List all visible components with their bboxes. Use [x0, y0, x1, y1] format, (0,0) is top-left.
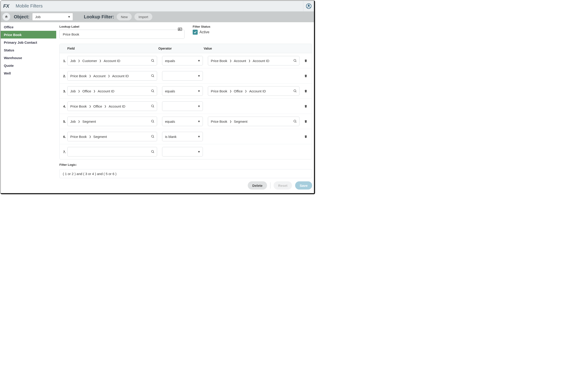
- top-bar: FX Mobile Filters: [1, 1, 314, 12]
- svg-point-18: [152, 120, 153, 122]
- filter-status-heading: Filter Status: [193, 25, 210, 28]
- breadcrumb-segment: Price Book: [211, 119, 227, 123]
- caret-down-icon: ▾: [68, 15, 70, 19]
- filter-row: 3.Job❯Office❯Account IDequals▾Price Book…: [60, 84, 312, 99]
- lookup-label-input[interactable]: [59, 30, 184, 39]
- chevron-right-icon: ❯: [89, 75, 91, 77]
- search-icon[interactable]: [151, 104, 155, 108]
- filter-row: 4.Price Book❯Office❯Account ID▾: [60, 99, 312, 114]
- delete-row-button[interactable]: [302, 134, 310, 139]
- row-number: 1.: [60, 59, 67, 63]
- import-button[interactable]: Import: [134, 13, 152, 20]
- delete-row-button[interactable]: [302, 89, 310, 93]
- value-picker[interactable]: Price Book❯Account❯Account ID: [208, 56, 299, 65]
- home-button[interactable]: [2, 13, 10, 21]
- field-picker[interactable]: [67, 147, 157, 156]
- search-icon[interactable]: [151, 74, 155, 78]
- breadcrumb-segment: Account ID: [253, 59, 269, 63]
- sidebar-item-quote[interactable]: Quote: [1, 62, 56, 69]
- svg-point-14: [294, 90, 296, 92]
- search-icon[interactable]: [151, 119, 155, 123]
- filter-logic-input[interactable]: [59, 169, 312, 178]
- svg-line-15: [296, 91, 296, 92]
- chevron-right-icon: ❯: [78, 59, 80, 62]
- sidebar-item-office[interactable]: Office: [1, 23, 56, 31]
- svg-line-21: [296, 122, 296, 122]
- row-number: 4.: [60, 104, 67, 108]
- operator-value: equals: [165, 119, 175, 123]
- delete-button[interactable]: Delete: [248, 181, 267, 190]
- save-button[interactable]: Save: [295, 181, 312, 190]
- svg-point-16: [152, 105, 153, 107]
- reset-button[interactable]: Reset: [274, 181, 292, 190]
- sidebar-item-status[interactable]: Status: [1, 46, 56, 54]
- row-number: 2.: [60, 74, 67, 78]
- contact-card-icon[interactable]: [178, 27, 182, 31]
- operator-select[interactable]: equals▾: [162, 117, 203, 126]
- field-picker[interactable]: Price Book❯Account❯Account ID: [67, 71, 157, 81]
- delete-row-button[interactable]: [302, 59, 310, 63]
- new-button[interactable]: New: [117, 13, 132, 20]
- chevron-right-icon: ❯: [89, 105, 91, 108]
- breadcrumb-segment: Account ID: [249, 89, 266, 93]
- breadcrumb-segment: Account ID: [112, 74, 129, 78]
- operator-select[interactable]: is blank▾: [162, 132, 203, 141]
- filter-table: Field Operator Value 1.Job❯Customer❯Acco…: [59, 44, 312, 159]
- delete-row-button[interactable]: [302, 119, 310, 123]
- breadcrumb-segment: Segment: [234, 119, 247, 123]
- filter-row: 5.Job❯Segmentequals▾Price Book❯Segment: [60, 114, 312, 129]
- user-menu-button[interactable]: [303, 1, 314, 11]
- chevron-right-icon: ❯: [248, 59, 250, 62]
- field-picker[interactable]: Job❯Customer❯Account ID: [67, 56, 157, 65]
- svg-point-12: [152, 90, 153, 92]
- filter-row: 7.▾: [60, 144, 312, 159]
- breadcrumb-segment: Office: [234, 89, 243, 93]
- operator-select[interactable]: equals▾: [162, 86, 203, 96]
- filter-row: 2.Price Book❯Account❯Account ID▾: [60, 68, 312, 84]
- value-picker[interactable]: Price Book❯Segment: [208, 117, 299, 126]
- svg-line-19: [153, 122, 154, 122]
- svg-point-3: [179, 28, 180, 29]
- search-icon[interactable]: [293, 119, 297, 123]
- sidebar-item-primary-job-contact[interactable]: Primary Job Contact: [1, 38, 56, 46]
- value-picker-empty: [208, 132, 299, 141]
- search-icon[interactable]: [151, 89, 155, 93]
- field-picker[interactable]: Job❯Segment: [67, 117, 157, 126]
- caret-down-icon: ▾: [198, 119, 200, 123]
- breadcrumb-segment: Job: [70, 59, 76, 63]
- breadcrumb-segment: Price Book: [211, 89, 227, 93]
- caret-down-icon: ▾: [198, 134, 200, 139]
- operator-value: is blank: [165, 135, 177, 139]
- chevron-right-icon: ❯: [108, 75, 110, 77]
- breadcrumb-segment: Customer: [82, 59, 97, 63]
- search-icon[interactable]: [151, 150, 155, 154]
- field-picker[interactable]: Price Book❯Segment: [67, 132, 157, 141]
- value-picker[interactable]: Price Book❯Office❯Account ID: [208, 86, 299, 96]
- breadcrumb-segment: Price Book: [211, 59, 227, 63]
- row-number: 5.: [60, 119, 67, 123]
- field-picker[interactable]: Job❯Office❯Account ID: [67, 86, 157, 96]
- field-picker[interactable]: Price Book❯Office❯Account ID: [67, 101, 157, 111]
- sidebar-item-warehouse[interactable]: Warehouse: [1, 54, 56, 62]
- search-icon[interactable]: [293, 89, 297, 93]
- operator-select[interactable]: ▾: [162, 101, 203, 111]
- search-icon[interactable]: [293, 59, 297, 63]
- value-picker-empty: [208, 101, 299, 111]
- breadcrumb-segment: Account ID: [104, 59, 120, 63]
- operator-select[interactable]: equals▾: [162, 56, 203, 65]
- operator-value: equals: [165, 89, 175, 93]
- sidebar-item-well[interactable]: Well: [1, 69, 56, 77]
- filter-row: 6.Price Book❯Segmentis blank▾: [60, 129, 312, 144]
- row-number: 3.: [60, 89, 67, 93]
- delete-row-button[interactable]: [302, 74, 310, 78]
- active-checkbox[interactable]: [193, 30, 198, 35]
- delete-row-button[interactable]: [302, 104, 310, 108]
- search-icon[interactable]: [151, 135, 155, 138]
- object-select[interactable]: Job ▾: [32, 13, 73, 21]
- breadcrumb-segment: Job: [70, 119, 76, 123]
- breadcrumb-segment: Account: [93, 74, 106, 78]
- search-icon[interactable]: [151, 59, 155, 63]
- operator-select[interactable]: ▾: [162, 147, 203, 156]
- operator-select[interactable]: ▾: [162, 71, 203, 81]
- sidebar-item-price-book[interactable]: Price Book: [1, 31, 56, 38]
